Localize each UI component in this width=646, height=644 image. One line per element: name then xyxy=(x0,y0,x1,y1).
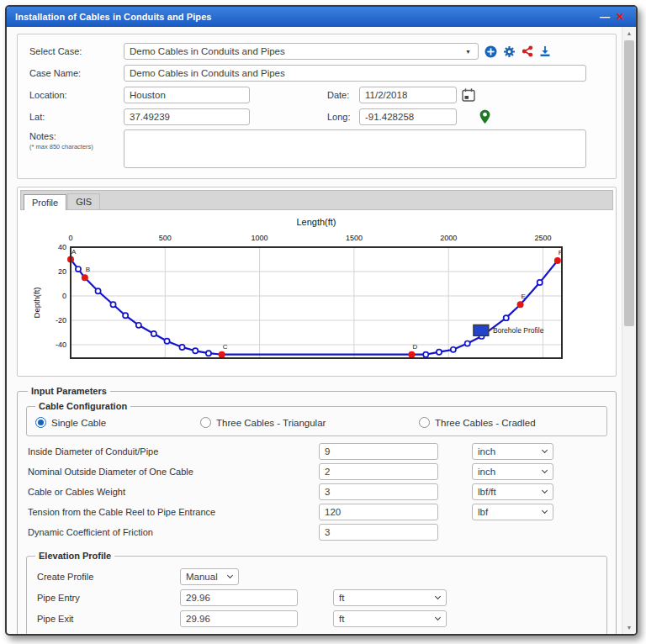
parameter-unit-select[interactable]: lbf/ft xyxy=(472,483,553,500)
parameter-value-input[interactable] xyxy=(319,463,438,480)
scrollbar-thumb[interactable] xyxy=(624,40,634,326)
parameter-rows: Inside Diameter of Conduit/Pipe inch Nom… xyxy=(26,443,607,541)
chevron-down-icon xyxy=(542,508,548,514)
parameter-unit-select[interactable]: inch xyxy=(472,443,553,460)
borehole-profile-chart: Length(ft)0500100015002000250040200-20-4… xyxy=(32,215,587,365)
chevron-down-icon xyxy=(227,573,233,578)
location-input[interactable] xyxy=(124,87,250,103)
lat-long-row: Lat: Long: xyxy=(29,108,604,126)
parameter-value-input[interactable] xyxy=(319,504,438,520)
parameter-unit-select[interactable]: inch xyxy=(472,463,553,480)
window-content: Select Case: Demo Cables in Conduits and… xyxy=(7,27,622,634)
share-icon[interactable] xyxy=(522,45,533,57)
elevation-label: Pipe Entry xyxy=(35,593,180,603)
parameter-label: Tension from the Cable Reel to Pipe Entr… xyxy=(26,507,319,517)
parameter-value-input[interactable] xyxy=(319,524,438,541)
elevation-unit-select[interactable]: ft xyxy=(333,610,447,627)
elevation-unit-value: ft xyxy=(339,593,344,603)
elevation-value-input[interactable] xyxy=(180,589,298,606)
chart-area: Length(ft)0500100015002000250040200-20-4… xyxy=(20,210,613,373)
elevation-rows: Pipe Entry ft Pipe Exit ft xyxy=(35,589,598,627)
parameter-row: Nominal Outside Diameter of One Cable in… xyxy=(26,463,607,480)
create-profile-value: Manual xyxy=(186,572,218,582)
tab-profile[interactable]: Profile xyxy=(24,194,66,210)
svg-text:E: E xyxy=(522,293,526,300)
radio-option[interactable]: Three Cables - Cradled xyxy=(419,417,536,428)
case-name-label: Case Name: xyxy=(29,68,124,78)
download-icon[interactable] xyxy=(539,45,551,57)
notes-textarea[interactable] xyxy=(124,129,586,168)
long-input[interactable] xyxy=(359,108,457,125)
add-case-icon[interactable] xyxy=(484,45,497,58)
svg-text:Length(ft): Length(ft) xyxy=(296,217,336,227)
elevation-value-input[interactable] xyxy=(180,610,298,627)
select-case-value: Demo Cables in Conduits and Pipes xyxy=(130,46,285,56)
parameter-unit-value: inch xyxy=(478,467,495,477)
parameter-label: Inside Diameter of Conduit/Pipe xyxy=(26,446,319,457)
chevron-down-icon xyxy=(435,594,441,599)
elevation-label: Pipe Exit xyxy=(35,614,180,624)
elevation-profile-group: Elevation Profile Create Profile Manual … xyxy=(26,551,607,634)
parameter-row: Tension from the Cable Reel to Pipe Entr… xyxy=(26,504,607,520)
parameter-unit-value: inch xyxy=(478,446,495,457)
settings-gear-icon[interactable] xyxy=(503,45,516,58)
vertical-scrollbar[interactable]: ▲ ▼ xyxy=(622,27,636,634)
tab-gis[interactable]: GIS xyxy=(67,193,100,209)
radio-icon[interactable] xyxy=(419,417,430,428)
case-form-panel: Select Case: Demo Cables in Conduits and… xyxy=(17,34,617,179)
create-profile-select[interactable]: Manual xyxy=(180,568,239,585)
window-title: Installation of Cables in Conduits and P… xyxy=(15,12,212,22)
date-input[interactable] xyxy=(359,87,457,103)
elevation-row: Pipe Exit ft xyxy=(35,610,598,627)
parameter-unit-value: lbf xyxy=(478,507,488,517)
scroll-down-icon[interactable]: ▼ xyxy=(622,621,636,634)
svg-text:C: C xyxy=(223,343,228,351)
parameter-unit-select[interactable]: lbf xyxy=(472,504,553,520)
elevation-row: Pipe Entry ft xyxy=(35,589,598,606)
svg-text:1000: 1000 xyxy=(252,234,268,242)
input-parameters-group: Input Parameters Cable Configuration Sin… xyxy=(17,386,617,634)
svg-text:500: 500 xyxy=(159,234,172,242)
parameter-value-input[interactable] xyxy=(319,443,438,460)
select-case-label: Select Case: xyxy=(29,46,124,56)
parameter-label: Nominal Outside Diameter of One Cable xyxy=(26,467,319,477)
radio-icon[interactable] xyxy=(200,417,211,428)
radio-option[interactable]: Three Cables - Triangular xyxy=(200,417,419,428)
elevation-unit-select[interactable]: ft xyxy=(333,589,447,606)
notes-row: Notes: (* max 850 characters) xyxy=(29,129,604,168)
create-profile-row: Create Profile Manual xyxy=(35,568,598,585)
svg-text:-40: -40 xyxy=(56,340,66,349)
radio-label: Three Cables - Cradled xyxy=(435,418,536,428)
parameter-row: Cable or Cables Weight lbf/ft xyxy=(26,483,607,500)
long-label: Long: xyxy=(327,112,359,122)
cable-configuration-options: Single Cable Three Cables - Triangular T… xyxy=(35,417,598,428)
cable-configuration-group: Cable Configuration Single Cable Three C… xyxy=(26,401,607,436)
radio-label: Three Cables - Triangular xyxy=(216,418,326,428)
svg-text:Depth(ft): Depth(ft) xyxy=(32,288,41,319)
chevron-down-icon xyxy=(542,467,548,473)
title-bar: Installation of Cables in Conduits and P… xyxy=(7,7,636,27)
notes-label: Notes: xyxy=(29,131,124,141)
svg-text:2500: 2500 xyxy=(535,234,552,242)
radio-option[interactable]: Single Cable xyxy=(35,417,200,428)
minimize-button[interactable]: — xyxy=(597,11,612,23)
svg-text:0: 0 xyxy=(62,292,66,300)
calendar-icon[interactable] xyxy=(461,87,476,103)
close-button[interactable]: ✕ xyxy=(612,11,627,23)
case-name-input[interactable] xyxy=(124,65,586,82)
parameter-value-input[interactable] xyxy=(319,483,438,500)
svg-text:20: 20 xyxy=(58,267,66,276)
create-profile-label: Create Profile xyxy=(35,572,180,582)
svg-text:A: A xyxy=(71,248,77,256)
parameter-row: Inside Diameter of Conduit/Pipe inch xyxy=(26,443,607,460)
lat-input[interactable] xyxy=(124,108,250,125)
map-pin-icon[interactable] xyxy=(479,109,491,124)
radio-icon[interactable] xyxy=(35,417,46,428)
radio-label: Single Cable xyxy=(51,418,106,428)
svg-text:40: 40 xyxy=(58,243,66,251)
input-parameters-legend: Input Parameters xyxy=(28,386,110,396)
lat-label: Lat: xyxy=(29,112,124,122)
chevron-down-icon xyxy=(435,615,441,620)
scroll-up-icon[interactable]: ▲ xyxy=(622,27,636,40)
select-case-dropdown[interactable]: Demo Cables in Conduits and Pipes ▼ xyxy=(124,43,479,60)
